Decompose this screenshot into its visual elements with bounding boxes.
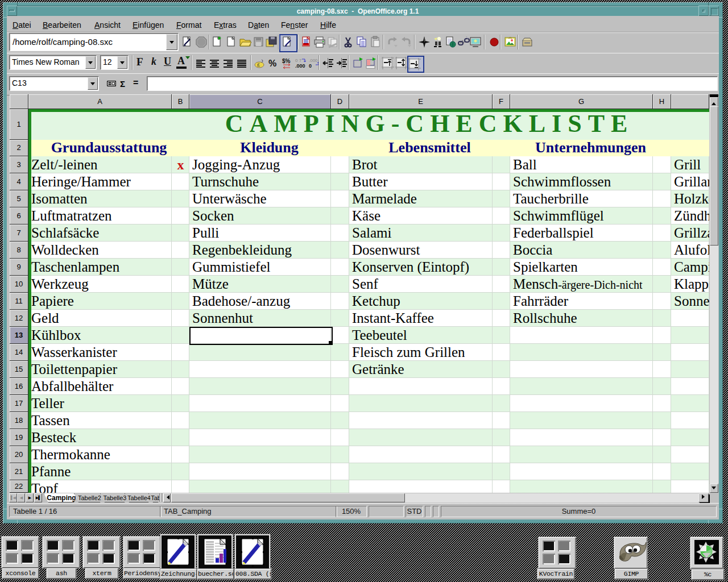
svg-text:%: % [268,59,276,68]
svg-text:.000: .000 [295,63,305,69]
svg-text:$%: $% [282,58,291,64]
svg-text:0: 0 [309,63,312,69]
svg-text:₤: ₤ [257,62,260,68]
svg-text:.000: .000 [309,58,318,63]
svg-text:0 7: 0 7 [295,58,302,63]
